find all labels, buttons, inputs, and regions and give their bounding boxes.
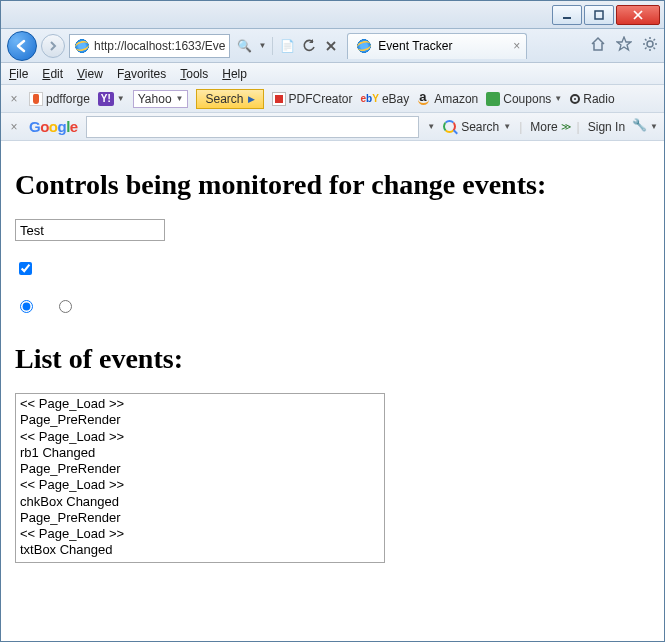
favorites-button[interactable] <box>616 36 632 55</box>
google-search-button[interactable]: Search ▼ <box>443 120 511 134</box>
pdfcreator-button[interactable]: PDFCreator <box>272 92 353 106</box>
search-icon <box>443 120 457 134</box>
coupons-icon <box>486 92 500 106</box>
refresh-button[interactable] <box>301 38 317 54</box>
dropdown-icon[interactable]: ▼ <box>258 41 266 50</box>
svg-point-6 <box>647 41 653 47</box>
event-item[interactable]: << Page_Load >> <box>20 477 380 493</box>
amazon-button[interactable]: Amazon <box>417 92 478 106</box>
chevron-down-icon: ▼ <box>650 122 658 131</box>
google-signin-button[interactable]: Sign In <box>588 120 625 134</box>
arrow-right-icon <box>48 41 58 51</box>
yahoo-icon: Y! <box>98 92 114 106</box>
radio-2[interactable] <box>59 300 72 313</box>
menubar: File Edit View Favorites Tools Help <box>1 63 664 85</box>
event-item[interactable]: Page_PreRender <box>20 412 380 428</box>
toolbar-close-icon[interactable]: × <box>7 92 21 106</box>
address-tools: 🔍 ▼ 📄 <box>236 37 339 55</box>
textbox-monitored[interactable] <box>15 219 165 241</box>
svg-line-12 <box>654 48 656 50</box>
svg-line-11 <box>645 39 647 41</box>
back-button[interactable] <box>7 31 37 61</box>
pdf-icon <box>272 92 286 106</box>
nav-row: http://localhost:1633/Eve 🔍 ▼ 📄 Event Tr… <box>1 29 664 63</box>
address-bar[interactable]: http://localhost:1633/Eve <box>69 34 230 58</box>
svg-rect-1 <box>595 11 603 19</box>
ie-icon <box>74 38 90 54</box>
chevron-down-icon: ▼ <box>503 122 511 131</box>
chevron-down-icon: ▼ <box>176 94 184 103</box>
events-listbox[interactable]: << Page_Load >>Page_PreRender<< Page_Loa… <box>15 393 385 563</box>
menu-help[interactable]: Help <box>222 67 247 81</box>
toolbar-google: × Google ▼ Search ▼ | More ≫ | Sign In ▼ <box>1 113 664 141</box>
menu-favorites[interactable]: Favorites <box>117 67 166 81</box>
home-icon <box>590 36 606 52</box>
double-chevron-icon: ≫ <box>561 121 569 132</box>
ebay-button[interactable]: ebY eBay <box>361 92 410 106</box>
search-provider-icon[interactable]: 🔍 <box>236 38 252 54</box>
checkbox-monitored[interactable] <box>19 262 32 275</box>
maximize-button[interactable] <box>584 5 614 25</box>
address-text: http://localhost:1633/Eve <box>94 39 225 53</box>
chevron-down-icon: ▼ <box>554 94 562 103</box>
arrow-right-icon: ▶ <box>248 94 255 104</box>
home-button[interactable] <box>590 36 606 55</box>
event-item[interactable]: chkBox Changed <box>20 494 380 510</box>
menu-edit[interactable]: Edit <box>42 67 63 81</box>
heading-controls: Controls being monitored for change even… <box>15 169 650 201</box>
compat-view-icon[interactable]: 📄 <box>279 38 295 54</box>
coupons-button[interactable]: Coupons ▼ <box>486 92 562 106</box>
google-more-button[interactable]: More ≫ <box>530 120 568 134</box>
gear-icon <box>642 36 658 52</box>
heading-events: List of events: <box>15 343 650 375</box>
minimize-button[interactable] <box>552 5 582 25</box>
page-content: Controls being monitored for change even… <box>1 141 664 579</box>
tools-button[interactable] <box>642 36 658 55</box>
search-engine-select[interactable]: Yahoo ▼ <box>133 90 189 108</box>
tab-close-button[interactable]: × <box>513 39 520 53</box>
chevron-down-icon: ▼ <box>117 94 125 103</box>
window-titlebar <box>1 1 664 29</box>
event-item[interactable]: << Page_Load >> <box>20 429 380 445</box>
pdfforge-icon <box>29 92 43 106</box>
menu-view[interactable]: View <box>77 67 103 81</box>
event-item[interactable]: rb1 Changed <box>20 445 380 461</box>
browser-tab[interactable]: Event Tracker × <box>347 33 527 59</box>
google-logo: Google <box>29 118 78 135</box>
toolbar-pdfforge: × pdfforge Y! ▼ Yahoo ▼ Search ▶ PDFCrea… <box>1 85 664 113</box>
star-icon <box>616 36 632 52</box>
event-item[interactable]: Page_PreRender <box>20 510 380 526</box>
event-item[interactable]: txtBox Changed <box>20 542 380 558</box>
menu-file[interactable]: File <box>9 67 28 81</box>
forward-button[interactable] <box>41 34 65 58</box>
google-settings-button[interactable]: ▼ <box>633 120 658 134</box>
tab-title: Event Tracker <box>378 39 452 53</box>
close-button[interactable] <box>616 5 660 25</box>
event-item[interactable]: << Page_Load >> <box>20 526 380 542</box>
event-item[interactable]: Page_PreRender <box>20 461 380 477</box>
ebay-icon: ebY <box>361 93 379 104</box>
chevron-down-icon[interactable]: ▼ <box>427 122 435 131</box>
svg-line-14 <box>645 48 647 50</box>
google-search-input[interactable] <box>86 116 420 138</box>
radio-icon <box>570 94 580 104</box>
pdfforge-button[interactable]: pdfforge <box>29 92 90 106</box>
svg-line-13 <box>654 39 656 41</box>
menu-tools[interactable]: Tools <box>180 67 208 81</box>
radio-1[interactable] <box>20 300 33 313</box>
search-button[interactable]: Search ▶ <box>196 89 263 109</box>
event-item[interactable]: << Page_Load >> <box>20 396 380 412</box>
wrench-icon <box>633 120 647 134</box>
stop-button[interactable] <box>323 38 339 54</box>
radio-button[interactable]: Radio <box>570 92 614 106</box>
amazon-icon <box>417 92 431 106</box>
arrow-left-icon <box>15 39 29 53</box>
toolbar-close-icon[interactable]: × <box>7 120 21 134</box>
ie-icon <box>356 38 372 54</box>
yahoo-provider[interactable]: Y! ▼ <box>98 92 125 106</box>
